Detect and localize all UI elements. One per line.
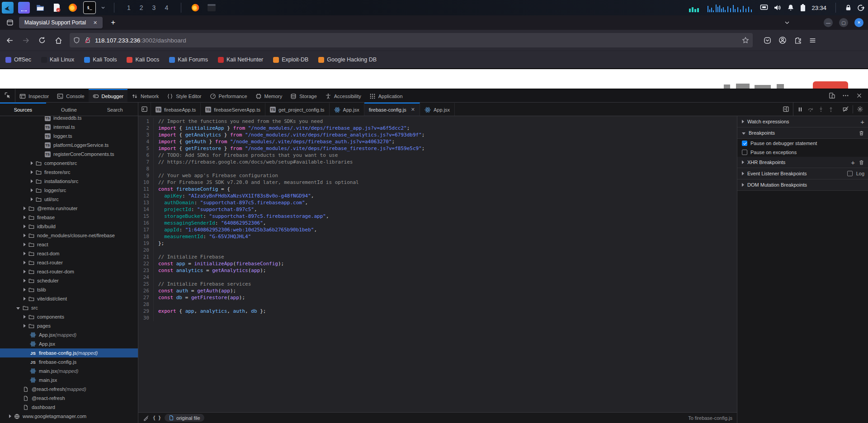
tree-row[interactable]: tslib <box>0 285 138 294</box>
line-number[interactable]: 27 <box>138 294 154 301</box>
chevron-right-icon[interactable] <box>24 315 26 319</box>
browser-tab[interactable]: MalaysiaU Support Portal ✕ <box>19 17 103 28</box>
devtools-meatball-menu-icon[interactable] <box>840 90 851 101</box>
file-tab[interactable]: App.jsx <box>330 103 364 116</box>
tree-row[interactable]: firestore/src <box>0 168 138 177</box>
tree-row[interactable]: TSindexeddb.ts <box>0 116 138 122</box>
pick-element-icon[interactable] <box>0 89 15 102</box>
devtools-tab-network[interactable]: Network <box>127 89 163 102</box>
chevron-right-icon[interactable] <box>31 170 33 174</box>
chevron-right-icon[interactable] <box>31 179 33 183</box>
firefox-window-button[interactable] <box>189 2 201 14</box>
tree-row[interactable]: react-router <box>0 258 138 267</box>
app-launcher-icon[interactable] <box>18 2 30 14</box>
devtools-tab-debugger[interactable]: Debugger <box>89 89 127 102</box>
bookmark-item[interactable]: Google Hacking DB <box>318 56 377 63</box>
tree-row[interactable]: react-router-dom <box>0 267 138 276</box>
tree-row[interactable]: main.jsx <box>0 376 138 385</box>
forward-button[interactable] <box>19 33 33 47</box>
terminal-window-button[interactable] <box>206 2 217 14</box>
source-tabs-list-icon[interactable] <box>138 103 151 116</box>
window-minimize-button[interactable]: — <box>824 18 833 27</box>
battery-icon[interactable] <box>800 4 806 12</box>
chevron-right-icon[interactable] <box>24 243 26 246</box>
tree-row[interactable]: @react-refresh(mapped) <box>0 385 138 394</box>
trash-icon[interactable] <box>859 130 864 136</box>
step-over-icon[interactable] <box>807 106 814 113</box>
line-number[interactable]: 5 <box>138 145 154 152</box>
chevron-right-icon[interactable] <box>31 161 33 165</box>
line-number[interactable]: 21 <box>138 254 154 260</box>
devtools-tab-accessibility[interactable]: Accessibility <box>321 89 365 102</box>
menu-hamburger-icon[interactable] <box>809 37 816 44</box>
tree-row[interactable]: component/src <box>0 159 138 168</box>
network-manager-icon[interactable] <box>760 4 768 11</box>
ignore-source-icon[interactable] <box>143 415 149 421</box>
breakpoint-option[interactable]: Pause on debugger statement <box>737 139 868 148</box>
chevron-right-icon[interactable] <box>742 172 744 175</box>
expand-panes-icon[interactable] <box>779 103 793 116</box>
line-number[interactable]: 20 <box>138 247 154 254</box>
bookmark-item[interactable]: Kali Linux <box>41 56 74 63</box>
chevron-right-icon[interactable] <box>24 297 26 301</box>
chevron-right-icon[interactable] <box>24 288 26 291</box>
tree-row[interactable]: idb/build <box>0 222 138 231</box>
devtools-tab-console[interactable]: Console <box>53 89 88 102</box>
chevron-right-icon[interactable] <box>24 279 26 282</box>
tree-row[interactable]: dashboard <box>0 403 138 412</box>
line-number[interactable]: 19 <box>138 240 154 247</box>
tree-row[interactable]: react-dom <box>0 249 138 258</box>
file-manager-icon[interactable] <box>34 2 46 14</box>
insecure-connection-lock-icon[interactable] <box>84 37 91 44</box>
line-number[interactable]: 17 <box>138 226 154 233</box>
tree-row[interactable]: TSinternal.ts <box>0 122 138 132</box>
chevron-right-icon[interactable] <box>24 234 26 237</box>
chevron-right-icon[interactable] <box>742 183 744 187</box>
tree-row[interactable]: TSregisterCoreComponents.ts <box>0 150 138 159</box>
tree-row[interactable]: util/src <box>0 195 138 204</box>
panel-tab-sources[interactable]: Sources <box>0 103 46 116</box>
chevron-right-icon[interactable] <box>9 414 11 418</box>
panel-tab-outline[interactable]: Outline <box>46 103 92 116</box>
account-icon[interactable] <box>778 36 787 44</box>
bookmark-item[interactable]: Kali Tools <box>84 56 117 63</box>
line-number[interactable]: 3 <box>138 132 154 138</box>
line-number[interactable]: 30 <box>138 315 154 321</box>
file-tab[interactable]: TSfirebaseServerApp.ts <box>201 103 265 116</box>
tree-row[interactable]: @react-refresh <box>0 394 138 403</box>
devtools-tab-memory[interactable]: Memory <box>251 89 287 102</box>
workspace-button-1[interactable]: 1 <box>123 4 135 11</box>
bookmark-item[interactable]: Kali Forums <box>169 56 208 63</box>
tree-row[interactable]: react <box>0 240 138 249</box>
page-red-button[interactable] <box>813 81 848 89</box>
chevron-right-icon[interactable] <box>742 160 744 164</box>
tree-row[interactable]: TSplatformLoggerService.ts <box>0 141 138 150</box>
tree-row[interactable]: src <box>0 303 138 312</box>
log-checkbox[interactable] <box>847 171 853 176</box>
line-number[interactable]: 14 <box>138 206 154 213</box>
chevron-right-icon[interactable] <box>24 225 26 228</box>
line-number[interactable]: 25 <box>138 281 154 287</box>
line-number[interactable]: 18 <box>138 233 154 240</box>
tree-row[interactable]: installations/src <box>0 177 138 186</box>
lock-screen-icon[interactable] <box>845 4 852 11</box>
list-all-tabs-icon[interactable] <box>784 19 790 26</box>
tree-row[interactable]: logger/src <box>0 186 138 195</box>
window-close-button[interactable]: ✕ <box>854 18 863 27</box>
line-number[interactable]: 1 <box>138 118 154 125</box>
kali-menu-icon[interactable] <box>2 2 14 14</box>
step-out-icon[interactable] <box>828 106 834 113</box>
tree-row[interactable]: TSlogger.ts <box>0 132 138 141</box>
chevron-down-icon[interactable] <box>742 132 745 135</box>
new-tab-button[interactable]: + <box>107 18 119 27</box>
checkbox[interactable] <box>742 150 747 155</box>
line-number[interactable]: 16 <box>138 220 154 226</box>
section-header-watch-expressions[interactable]: Watch expressions+ <box>737 116 868 127</box>
firefox-view-icon[interactable] <box>4 17 16 28</box>
debugger-settings-gear-icon[interactable] <box>857 106 863 113</box>
text-editor-icon[interactable] <box>51 2 62 14</box>
line-number[interactable]: 8 <box>138 165 154 172</box>
bookmark-star-icon[interactable] <box>742 37 749 44</box>
devtools-close-icon[interactable] <box>854 90 864 101</box>
tree-row[interactable]: node_modules/closure-net/firebase <box>0 231 138 240</box>
